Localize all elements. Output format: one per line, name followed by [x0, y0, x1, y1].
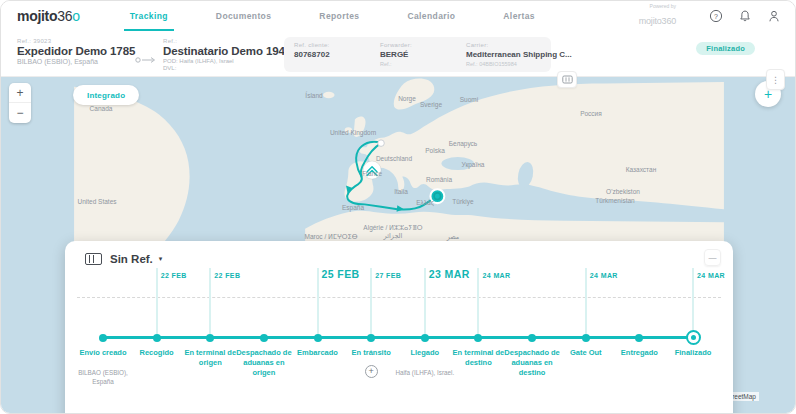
milestone-location-env-o-creado: BILBAO (ESBIO), España — [75, 369, 131, 386]
milestone-dot-en-tr-nsito — [367, 334, 375, 342]
milestone-date-line — [477, 268, 479, 334]
container-button[interactable] — [557, 71, 577, 88]
milestone-date-llegado: 23 MAR — [429, 268, 470, 280]
milestone-dot-env-o-creado — [99, 334, 107, 342]
integrado-toggle-button[interactable]: Integrado — [73, 85, 139, 105]
milestone-dot-despachado-de-aduanas-en-origen — [260, 334, 268, 342]
forwarder-column: Forwarder: BERGÉ Ref.: — [380, 42, 452, 67]
milestone-dot-recogido — [153, 334, 161, 342]
chevron-down-icon: ▾ — [159, 255, 163, 263]
route-waypoint-marker[interactable] — [378, 140, 385, 147]
shipment-details-panel: Ref. cliente: 80768702 Forwarder: BERGÉ … — [284, 37, 551, 72]
milestone-date-recogido: 22 FEB — [161, 272, 187, 279]
help-icon[interactable]: ? — [708, 9, 723, 24]
milestone-date-en-terminal-de-origen: 22 FEB — [214, 272, 240, 279]
shipment-header: Ref.: 39023 Expedidor Demo 1785 BILBAO (… — [1, 31, 795, 77]
top-navigation-bar: mojito36o TrackingDocumentosReportesCale… — [1, 1, 795, 31]
nav-item-calendario[interactable]: Calendario — [383, 1, 479, 31]
milestone-date-line — [209, 268, 211, 334]
nav-item-reportes[interactable]: Reportes — [295, 1, 383, 31]
milestone-dot-en-terminal-de-destino — [474, 334, 482, 342]
route-destination-marker[interactable] — [430, 189, 444, 203]
milestone-date-line — [370, 268, 372, 334]
map-zoom-control: + − — [9, 83, 31, 123]
shipper-location: BILBAO (ESBIO), España — [17, 58, 135, 65]
timeline-track — [103, 336, 693, 339]
milestone-dot-en-terminal-de-origen — [206, 334, 214, 342]
container-icon — [85, 253, 102, 265]
shipper-block: Ref.: 39023 Expedidor Demo 1785 BILBAO (… — [17, 38, 135, 65]
milestone-location-llegado: Haifa (ILHFA), Israel. — [380, 369, 470, 378]
milestone-label-recogido: Recogido — [127, 348, 187, 358]
milestone-dot-gate-out — [582, 334, 590, 342]
milestone-date-embarcado: 25 FEB — [322, 268, 360, 280]
client-ref-value: 80768702 — [294, 50, 366, 59]
container-ref-selector[interactable]: Sin Ref. ▾ — [85, 253, 162, 265]
milestone-dot-llegado — [421, 334, 429, 342]
carrier-ref: Ref.: 04BBIO155984 — [466, 61, 538, 67]
nav-menu: TrackingDocumentosReportesCalendarioAler… — [106, 1, 559, 31]
landmass-ireland — [345, 127, 352, 133]
forwarder-ref: Ref.: — [380, 61, 452, 67]
forwarder-value: BERGÉ — [380, 50, 452, 59]
milestone-date-gate-out: 24 MAR — [590, 272, 618, 279]
more-options-button[interactable]: ⋮ — [766, 69, 785, 90]
milestone-expand-button[interactable]: + — [365, 365, 378, 378]
milestone-label-en-tr-nsito: En tránsito — [341, 348, 401, 358]
app-window: CanadaUnited StatesÍslandNorgeSverigeSuo… — [0, 0, 796, 414]
milestone-label-entregado: Entregado — [609, 348, 669, 358]
consignee-pod: POD: Haifa (ILHFA), Israel — [163, 58, 291, 64]
user-account-icon[interactable] — [766, 9, 781, 24]
milestone-date-en-terminal-de-destino: 24 MAR — [482, 272, 510, 279]
route-cluster-marker[interactable] — [363, 161, 381, 179]
milestone-label-finalizado: Finalizado — [663, 348, 723, 358]
milestone-date-line — [585, 268, 587, 334]
zoom-in-button[interactable]: + — [9, 83, 31, 103]
timeline-dashed-guide — [77, 297, 721, 298]
carrier-column: Carrier: Mediterranean Shipping C... Ref… — [466, 42, 538, 67]
milestone-date-line — [317, 268, 319, 334]
container-ref-label: Sin Ref. — [110, 253, 153, 265]
shipper-name: Expedidor Demo 1785 — [17, 45, 135, 57]
client-ref-column: Ref. cliente: 80768702 — [294, 42, 366, 67]
black-sea — [441, 157, 474, 170]
nav-item-alertas[interactable]: Alertas — [479, 1, 559, 31]
milestone-label-despachado-de-aduanas-en-origen: Despachado de aduanas en origen — [234, 348, 294, 377]
milestone-label-env-o-creado: Envío creado — [73, 348, 133, 358]
consignee-dvl: DVL: — [163, 65, 291, 71]
milestone-label-llegado: Llegado — [395, 348, 455, 358]
milestone-date-finalizado: 24 MAR — [697, 272, 725, 279]
milestone-label-en-terminal-de-origen: En terminal de origen — [180, 348, 240, 368]
powered-by: Powered by mojito360 — [639, 4, 676, 27]
carrier-value: Mediterranean Shipping C... — [466, 50, 538, 59]
origin-destination-arrow-icon — [134, 51, 158, 69]
status-badge: Finalizado — [696, 42, 755, 55]
milestone-dot-finalizado — [686, 330, 701, 345]
milestone-date-en-tr-nsito: 27 FEB — [375, 272, 401, 279]
consignee-block: Ref.: Destinatario Demo 1949 POD: Haifa … — [163, 38, 291, 71]
notifications-bell-icon[interactable] — [737, 9, 752, 24]
milestone-label-embarcado: Embarcado — [288, 348, 348, 358]
brand-logo[interactable]: mojito36o — [17, 8, 80, 24]
milestone-date-line — [156, 268, 158, 334]
nav-right-cluster: Powered by mojito360 ? — [639, 4, 781, 27]
milestone-label-en-terminal-de-destino: En terminal de destino — [448, 348, 508, 368]
nav-item-tracking[interactable]: Tracking — [106, 1, 192, 31]
milestone-date-line — [692, 268, 694, 334]
milestone-dot-entregado — [635, 334, 643, 342]
landmass-iceland — [323, 92, 334, 99]
consignee-ref: Ref.: — [163, 38, 291, 44]
nav-item-documentos[interactable]: Documentos — [192, 1, 295, 31]
milestone-dot-embarcado — [314, 334, 322, 342]
consignee-name: Destinatario Demo 1949 — [163, 45, 291, 57]
milestone-dot-despachado-de-aduanas-en-destino — [528, 334, 536, 342]
panel-minimize-button[interactable]: — — [704, 249, 721, 266]
shipper-ref: Ref.: 39023 — [17, 38, 135, 44]
milestone-label-gate-out: Gate Out — [556, 348, 616, 358]
svg-text:?: ? — [714, 13, 718, 20]
zoom-out-button[interactable]: − — [9, 103, 31, 123]
milestone-label-despachado-de-aduanas-en-destino: Despachado de aduanas en destino — [502, 348, 562, 377]
tracking-timeline-panel: Sin Ref. ▾ — Envío creadoBILBAO (ESBIO),… — [65, 241, 733, 414]
milestone-date-line — [424, 268, 426, 334]
